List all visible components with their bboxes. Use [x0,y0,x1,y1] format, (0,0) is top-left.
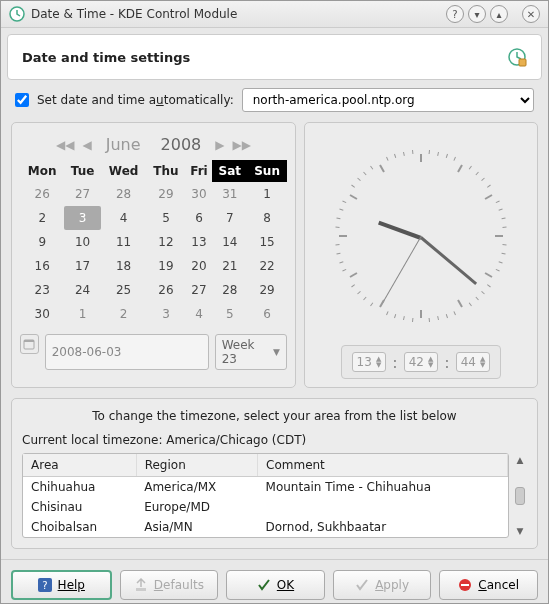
minimize-window-button[interactable]: ▾ [468,5,486,23]
calendar-day[interactable]: 6 [247,302,287,326]
second-spinner[interactable]: 44▲▼ [456,352,491,372]
calendar-day[interactable]: 29 [146,182,185,206]
calendar-header-fri: Fri [185,160,212,182]
calendar-day[interactable]: 15 [247,230,287,254]
calendar-day[interactable]: 10 [64,230,100,254]
calendar-day[interactable]: 8 [247,206,287,230]
calendar-month[interactable]: June [106,135,141,154]
calendar-day[interactable]: 14 [212,230,247,254]
calendar-day[interactable]: 18 [101,254,147,278]
tz-col-comment[interactable]: Comment [258,454,508,477]
calendar-day[interactable]: 21 [212,254,247,278]
prev-month-icon[interactable]: ◀ [82,138,91,152]
calendar-day[interactable]: 9 [20,230,64,254]
calendar-header-sat: Sat [212,160,247,182]
ok-button[interactable]: OK [226,570,325,600]
timezone-panel: To change the timezone, select your area… [11,398,538,549]
calendar-day[interactable]: 26 [146,278,185,302]
scroll-up-icon[interactable]: ▲ [517,455,524,465]
tz-row[interactable]: ChoibalsanAsia/MNDornod, Sukhbaatar [23,517,508,537]
calendar-day[interactable]: 27 [64,182,100,206]
calendar-day[interactable]: 16 [20,254,64,278]
calendar-day[interactable]: 13 [185,230,212,254]
calendar-day[interactable]: 3 [64,206,100,230]
next-month-icon[interactable]: ▶ [215,138,224,152]
minute-hand [420,236,477,285]
auto-time-row: Set date and time automatically: north-a… [1,86,548,122]
hour-spinner[interactable]: 13▲▼ [352,352,387,372]
svg-rect-2 [519,59,526,66]
calendar-day[interactable]: 27 [185,278,212,302]
calendar-header-mon: Mon [20,160,64,182]
minute-spinner[interactable]: 42▲▼ [404,352,439,372]
clock-app-icon [9,6,25,22]
calendar-day[interactable]: 6 [185,206,212,230]
date-text-field[interactable] [45,334,209,370]
calendar-day[interactable]: 23 [20,278,64,302]
calendar-header-sun: Sun [247,160,287,182]
ntp-server-select[interactable]: north-america.pool.ntp.org [242,88,534,112]
calendar-day[interactable]: 30 [20,302,64,326]
chevron-down-icon: ▼ [273,347,280,357]
calendar-day[interactable]: 2 [101,302,147,326]
calendar-day[interactable]: 25 [101,278,147,302]
header: Date and time settings [7,34,542,80]
calendar-day[interactable]: 26 [20,182,64,206]
tz-row[interactable]: ChisinauEurope/MD [23,497,508,517]
hour-hand [378,221,422,240]
calendar-day[interactable]: 30 [185,182,212,206]
calendar-day[interactable]: 4 [185,302,212,326]
calendar-day[interactable]: 3 [146,302,185,326]
help-window-button[interactable]: ? [446,5,464,23]
calendar-day[interactable]: 28 [212,278,247,302]
calendar-day[interactable]: 5 [212,302,247,326]
analog-clock [326,141,516,331]
header-title: Date and time settings [22,50,190,65]
cancel-button[interactable]: Cancel [439,570,538,600]
auto-time-checkbox[interactable] [15,93,29,107]
current-timezone: Current local timezone: America/Chicago … [22,433,527,447]
calendar-year[interactable]: 2008 [161,135,202,154]
scroll-down-icon[interactable]: ▼ [517,526,524,536]
calendar-day[interactable]: 2 [20,206,64,230]
defaults-button[interactable]: Defaults [120,570,219,600]
calendar-day[interactable]: 1 [247,182,287,206]
calendar-day[interactable]: 7 [212,206,247,230]
prev-year-icon[interactable]: ◀◀ [56,138,74,152]
calendar-day[interactable]: 5 [146,206,185,230]
calendar-header-thu: Thu [146,160,185,182]
tz-row[interactable]: ChihuahuaAmerica/MXMountain Time - Chihu… [23,477,508,498]
apply-button[interactable]: Apply [333,570,432,600]
timezone-scrollbar[interactable]: ▲ ▼ [509,453,527,538]
timezone-hint: To change the timezone, select your area… [22,409,527,423]
calendar-header-tue: Tue [64,160,100,182]
calendar-day[interactable]: 11 [101,230,147,254]
calendar-grid: MonTueWedThuFriSatSun 262728293031123456… [20,160,287,326]
calendar-day[interactable]: 29 [247,278,287,302]
svg-rect-9 [461,584,469,586]
calendar-day[interactable]: 28 [101,182,147,206]
calendar-day[interactable]: 19 [146,254,185,278]
timezone-list[interactable]: AreaRegionCommentChihuahuaAmerica/MXMoun… [22,453,509,538]
calendar-day[interactable]: 20 [185,254,212,278]
calendar-day[interactable]: 4 [101,206,147,230]
next-year-icon[interactable]: ▶▶ [233,138,251,152]
calendar-day[interactable]: 17 [64,254,100,278]
calendar-day[interactable]: 24 [64,278,100,302]
tz-col-area[interactable]: Area [23,454,136,477]
calendar-day[interactable]: 31 [212,182,247,206]
auto-time-label: Set date and time automatically: [37,93,234,107]
close-window-button[interactable]: ✕ [522,5,540,23]
calendar-day[interactable]: 12 [146,230,185,254]
maximize-window-button[interactable]: ▴ [490,5,508,23]
calendar-day[interactable]: 22 [247,254,287,278]
help-button[interactable]: ? Help [11,570,112,600]
week-selector[interactable]: Week 23▼ [215,334,287,370]
calendar-picker-icon[interactable] [20,334,39,354]
scroll-thumb[interactable] [515,487,525,505]
clock-panel: 13▲▼ : 42▲▼ : 44▲▼ [304,122,538,388]
second-hand [382,236,422,304]
window-title: Date & Time - KDE Control Module [31,7,442,21]
tz-col-region[interactable]: Region [136,454,257,477]
calendar-day[interactable]: 1 [64,302,100,326]
